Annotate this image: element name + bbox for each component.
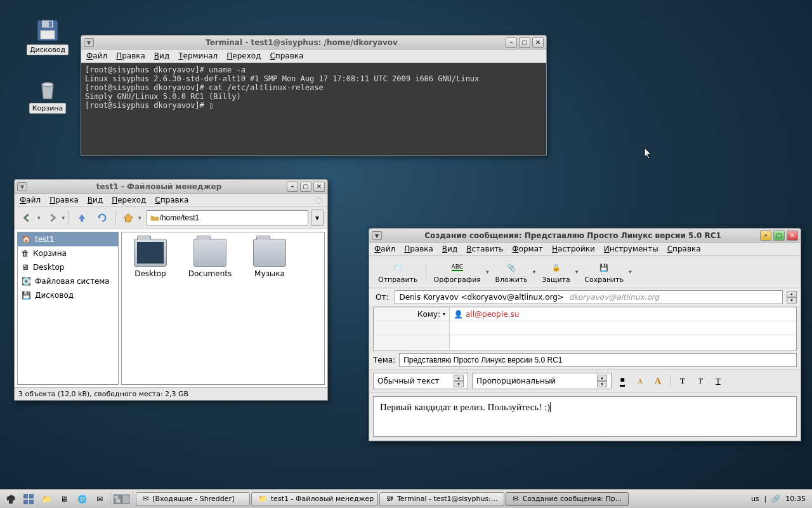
sidebar-item-floppy[interactable]: 💾Дисковод <box>18 288 118 302</box>
reload-button[interactable] <box>93 210 111 226</box>
task-button-terminal[interactable]: 🖳Terminal - test1@sisyphus:... <box>379 492 504 506</box>
window-menu-button[interactable]: ▾ <box>372 231 382 240</box>
subject-input[interactable] <box>399 353 797 367</box>
font-smaller-button[interactable]: A <box>633 375 647 387</box>
menu-view[interactable]: Вид <box>88 196 103 204</box>
close-button[interactable]: ✕ <box>313 182 325 192</box>
compose-titlebar[interactable]: ▾ Создание сообщения: Представляю Просто… <box>369 229 801 243</box>
menu-go[interactable]: Переход <box>226 51 261 60</box>
attach-button[interactable]: 📎Вложить <box>492 258 532 285</box>
compose-title: Создание сообщения: Представляю Просто Л… <box>386 231 760 240</box>
bold-button[interactable]: T <box>676 375 690 387</box>
menu-tools[interactable]: Инструменты <box>604 244 658 253</box>
menu-file[interactable]: Файл <box>86 51 107 60</box>
task-button-filemanager[interactable]: 📁test1 - Файловый менеджер <box>251 492 378 506</box>
close-button[interactable]: ✕ <box>787 231 798 241</box>
desktop-icon-floppy[interactable]: Дисковод <box>25 18 70 55</box>
folder-desktop[interactable]: Desktop <box>128 239 173 278</box>
menu-edit[interactable]: Правка <box>404 244 433 253</box>
browser-launcher[interactable]: 🌐 <box>74 491 90 507</box>
sidebar-item-trash[interactable]: 🗑Корзина <box>18 246 118 260</box>
menu-help[interactable]: Справка <box>270 51 303 60</box>
home-dropdown[interactable]: ▾ <box>138 215 141 221</box>
text-color-button[interactable]: ■ <box>615 375 629 387</box>
save-dropdown[interactable]: ▾ <box>629 269 632 275</box>
sidebar-item-desktop[interactable]: 🖥Desktop <box>18 260 118 274</box>
task-button-mail[interactable]: ✉[Входящие - Shredder] <box>136 492 250 506</box>
send-button[interactable]: 📨Отправить <box>374 258 422 285</box>
recipient-value[interactable]: 👤all@people.su <box>450 307 796 321</box>
close-button[interactable]: ✕ <box>532 37 544 48</box>
folder-music[interactable]: Музыка <box>247 239 292 278</box>
from-spin[interactable]: ▴▾ <box>787 291 797 304</box>
menu-settings[interactable]: Настройки <box>552 244 595 253</box>
menu-file[interactable]: Файл <box>374 244 395 253</box>
filemanager-launcher[interactable]: 📁 <box>38 491 55 507</box>
maximize-button[interactable]: ▢ <box>300 182 311 192</box>
menu-edit[interactable]: Правка <box>116 51 145 60</box>
spellcheck-button[interactable]: ABCОрфография <box>430 258 485 285</box>
task-button-compose[interactable]: ✉Создание сообщения: Пр... <box>506 492 629 506</box>
home-button[interactable] <box>119 210 137 226</box>
show-desktop-button[interactable] <box>20 491 37 507</box>
font-family-combo[interactable]: Пропорциональный▴▾ <box>472 373 612 389</box>
minimize-button[interactable]: – <box>760 231 771 241</box>
underline-button[interactable]: T <box>711 375 725 387</box>
pager-workspace[interactable] <box>114 491 130 507</box>
menu-edit[interactable]: Правка <box>49 196 79 204</box>
terminal-body[interactable]: [root@sisyphus dkoryavov]# uname -a Linu… <box>81 63 546 155</box>
terminal-titlebar[interactable]: ▾ Terminal - test1@sisyphus: /home/dkory… <box>81 36 546 50</box>
menu-format[interactable]: Формат <box>512 244 543 253</box>
mail-launcher[interactable]: ✉ <box>91 491 108 507</box>
up-button[interactable] <box>73 210 91 226</box>
keyboard-layout-indicator[interactable]: us <box>751 495 759 503</box>
menu-help[interactable]: Справка <box>667 244 701 253</box>
minimize-button[interactable]: – <box>287 182 298 192</box>
recipient-type[interactable] <box>374 335 450 349</box>
desktop-icon-trash[interactable]: Корзина <box>25 76 70 114</box>
compose-body[interactable]: Первый кандидат в релиз. Пользуйтесь! :)… <box>373 396 797 437</box>
font-larger-button[interactable]: A <box>651 375 665 387</box>
forward-history-dropdown[interactable]: ▾ <box>62 215 65 221</box>
menu-terminal[interactable]: Терминал <box>178 51 218 60</box>
window-menu-button[interactable]: ▾ <box>17 182 27 191</box>
sidebar-item-home[interactable]: 🏠test1 <box>18 232 118 246</box>
menu-insert[interactable]: Вставить <box>466 244 503 253</box>
maximize-button[interactable]: ▢ <box>519 37 530 48</box>
italic-button[interactable]: T <box>693 375 707 387</box>
paragraph-format-combo[interactable]: Обычный текст▴▾ <box>373 373 468 389</box>
app-menu-button[interactable] <box>3 491 19 507</box>
menu-file[interactable]: Файл <box>20 196 41 204</box>
security-dropdown[interactable]: ▾ <box>575 269 579 275</box>
terminal-icon: 🖳 <box>386 495 393 503</box>
security-button[interactable]: 🔒Защита <box>538 258 573 285</box>
minimize-button[interactable]: – <box>506 37 517 48</box>
save-button[interactable]: 💾Сохранить <box>580 258 627 285</box>
menu-view[interactable]: Вид <box>442 244 457 253</box>
maximize-button[interactable]: ▢ <box>773 231 785 241</box>
forward-button[interactable] <box>43 210 61 226</box>
path-input[interactable] <box>160 213 305 222</box>
terminal-launcher[interactable]: 🖥 <box>56 491 72 507</box>
sidebar-item-filesystem[interactable]: 💽Файловая система <box>18 274 118 288</box>
recipient-row[interactable]: Кому:▾ 👤all@people.su <box>374 307 796 321</box>
recipient-row-empty[interactable] <box>374 321 796 335</box>
window-menu-button[interactable]: ▾ <box>84 38 94 47</box>
recipient-row-empty[interactable] <box>374 335 796 349</box>
folder-documents[interactable]: Documents <box>188 239 232 278</box>
back-button[interactable] <box>18 210 36 226</box>
recipient-type[interactable]: Кому:▾ <box>374 307 450 321</box>
path-dropdown[interactable]: ▾ <box>311 210 324 226</box>
recipient-type[interactable] <box>374 321 450 335</box>
fm-folder-view[interactable]: Desktop Documents Музыка <box>121 232 325 385</box>
spell-dropdown[interactable]: ▾ <box>486 269 489 275</box>
menu-view[interactable]: Вид <box>154 51 169 60</box>
attach-dropdown[interactable]: ▾ <box>533 269 536 275</box>
from-field[interactable]: Denis Koryavov <dkoryavov@altlinux.org> … <box>395 290 783 304</box>
clock[interactable]: 10:35 <box>785 495 806 503</box>
back-history-dropdown[interactable]: ▾ <box>37 215 41 221</box>
fm-titlebar[interactable]: ▾ test1 - Файловый менеджер – ▢ ✕ <box>15 180 327 194</box>
menu-help[interactable]: Справка <box>155 196 188 204</box>
network-icon[interactable]: 🔗 <box>771 495 780 503</box>
menu-go[interactable]: Переход <box>112 196 146 204</box>
